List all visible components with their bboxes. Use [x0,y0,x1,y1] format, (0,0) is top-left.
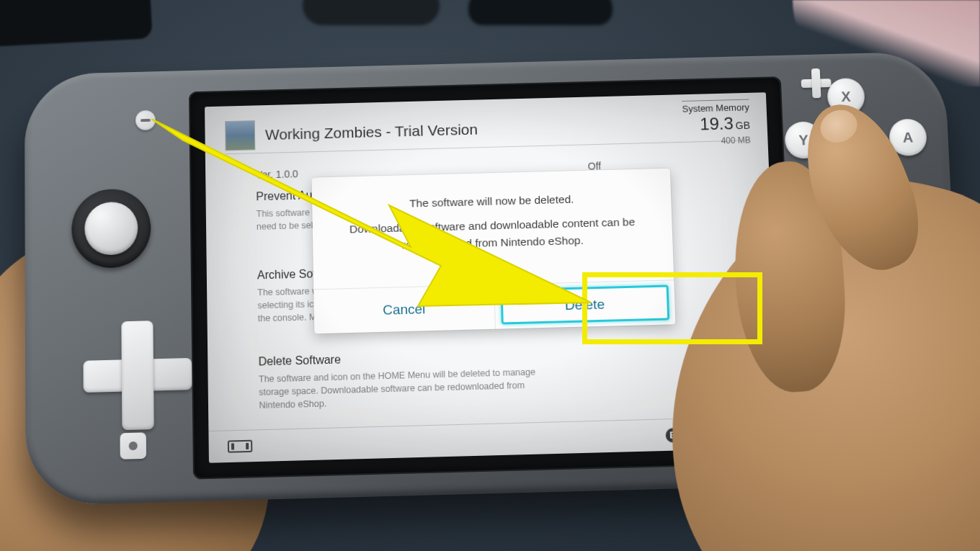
game-icon [225,120,255,150]
dpad[interactable] [83,319,192,431]
capture-button[interactable] [120,432,146,459]
memory-total-unit: GB [735,119,750,130]
memory-used-value: 400 [721,135,735,145]
game-title: Working Zombies - Trial Version [265,120,478,143]
header: Working Zombies - Trial Version System M… [225,104,751,154]
background-object [303,0,440,25]
memory-total-value: 19.3 [700,113,734,133]
left-analog-stick[interactable] [71,188,151,269]
memory-summary: System Memory 19.3GB 400 MB [624,99,751,148]
background-object [468,0,612,25]
left-controls [24,71,193,506]
handheld-icon [228,439,253,452]
delete-button[interactable]: Delete [494,280,676,328]
cancel-button[interactable]: Cancel [313,285,494,333]
minus-button[interactable] [135,110,156,130]
dialog-message: The software will now be deleted. Downlo… [341,189,644,255]
section-desc: The software and icon on the HOME Menu w… [259,364,564,412]
memory-label: System Memory [682,99,749,114]
dialog-line2: Downloadable software and downloadable c… [341,213,643,256]
version-label: Ver. 1.0.0 [256,168,298,180]
delete-confirm-dialog: The software will now be deleted. Downlo… [312,168,676,333]
background-object [0,0,153,48]
memory-used-unit: MB [737,135,750,145]
